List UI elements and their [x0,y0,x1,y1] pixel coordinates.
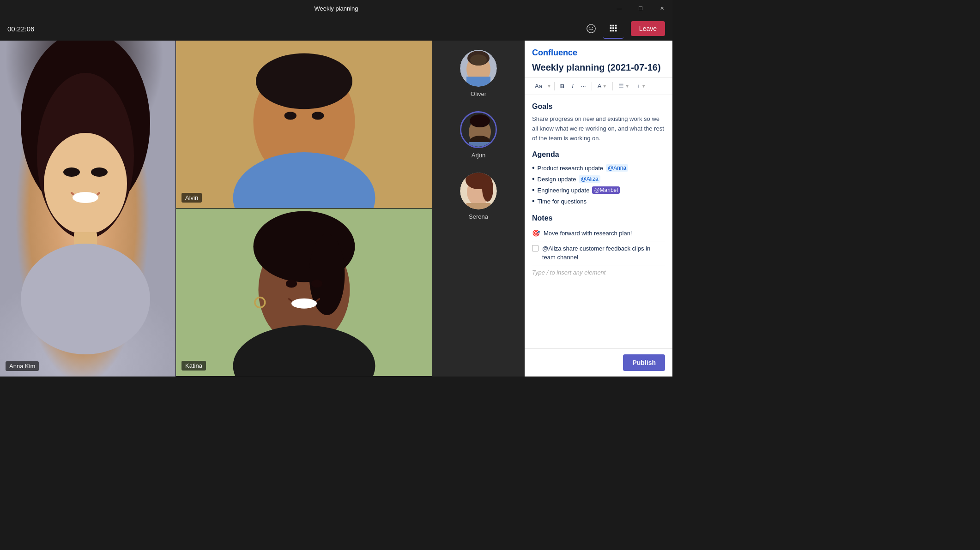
participant-name-oliver: Oliver [471,90,486,97]
toolbar-sep-3 [612,82,613,90]
insert-button[interactable]: + ▼ [634,81,649,91]
anna-name-badge: Anna Kim [6,361,39,371]
agenda-item-1-text: Product research update [538,165,603,172]
agenda-item-3: Engineering update @Maribel [532,185,665,196]
note-checkbox-1[interactable] [532,245,538,251]
top-bar: 00:22:06 Leave [0,17,672,41]
katina-name-badge: Katina [181,361,206,371]
video-grid-right: Alvin [175,41,432,377]
leave-button[interactable]: Leave [631,21,665,36]
agenda-heading: Agenda [532,150,665,159]
svg-point-13 [256,54,352,109]
confluence-doc-title: Weekly planning (2021-07-16) [532,61,665,73]
italic-button[interactable]: I [569,81,576,91]
publish-button[interactable]: Publish [623,354,665,371]
bold-button[interactable]: B [557,81,567,91]
agenda-item-1: Product research update @Anna [532,162,665,173]
minimize-button[interactable]: — [609,0,630,17]
more-formatting-button[interactable]: ··· [578,81,589,91]
participant-oliver: Oliver [460,50,497,97]
font-size-button[interactable]: Aa [532,81,545,91]
text-color-button[interactable]: A ▼ [595,81,610,91]
svg-point-42 [482,176,493,202]
confluence-panel: Confluence Weekly planning (2021-07-16) … [525,41,672,377]
svg-point-6 [63,167,80,177]
svg-point-5 [44,133,127,234]
svg-point-30 [470,54,487,66]
apps-button[interactable] [603,18,623,39]
participant-serena: Serena [460,173,497,220]
toolbar-sep-2 [592,82,592,90]
notes-list: 🎯 Move forward with research plan! @Aliz… [532,226,665,280]
window-title: Weekly planning [314,5,358,12]
confluence-body: Goals Share progress on new and existing… [525,95,672,348]
alvin-name-badge: Alvin [181,193,202,203]
agenda-list: Product research update @Anna Design upd… [532,162,665,207]
call-timer: 00:22:06 [7,25,34,33]
svg-rect-43 [466,203,490,209]
goals-heading: Goals [532,102,665,111]
svg-point-10 [21,244,150,354]
notes-heading: Notes [532,214,665,222]
note-text-1: Move forward with research plan! [544,229,665,238]
svg-point-35 [470,114,490,127]
type-hint[interactable]: Type / to insert any element [532,265,665,280]
video-feed-alvin: Alvin [175,41,432,209]
confluence-footer: Publish [525,348,672,377]
avatar-serena [460,173,497,209]
svg-point-0 [587,24,595,33]
participants-sidebar: Oliver Arjun [432,41,525,377]
video-feed-katina: Katina [175,209,432,377]
top-bar-actions: Leave [581,18,665,39]
svg-rect-31 [466,77,490,87]
title-bar: Weekly planning — ☐ ✕ [0,0,672,17]
participant-name-serena: Serena [469,213,488,220]
svg-rect-37 [469,142,491,148]
svg-point-15 [312,112,324,120]
goals-text: Share progress on new and existing work … [532,114,665,143]
avatar-oliver [460,50,497,87]
note-item-1: 🎯 Move forward with research plan! [532,226,665,241]
main-content: Anna Kim [0,41,672,377]
participant-arjun: Arjun [460,111,497,159]
agenda-item-3-text: Engineering update [538,187,590,194]
agenda-item-4: Time for questions [532,196,665,207]
window-controls: — ☐ ✕ [609,0,672,17]
avatar-arjun [460,111,497,148]
toolbar-sep-1 [554,82,555,90]
svg-point-23 [291,299,317,309]
mention-aliza[interactable]: @Aliza [579,175,600,183]
confluence-logo: Confluence [532,48,665,58]
agenda-item-2: Design update @Aliza [532,173,665,185]
participant-name-arjun: Arjun [472,152,485,159]
note-item-2: @Aliza share customer feedback clips in … [532,241,665,265]
list-button[interactable]: ☰ ▼ [616,81,632,91]
note-text-2: @Aliza share customer feedback clips in … [542,244,665,262]
svg-point-7 [91,167,108,177]
svg-point-22 [311,280,322,288]
confluence-header: Confluence Weekly planning (2021-07-16) [525,41,672,78]
mention-maribel[interactable]: @Maribel [592,186,620,194]
svg-point-21 [286,280,297,288]
close-button[interactable]: ✕ [651,0,672,17]
confluence-toolbar: Aa ▼ B I ··· A ▼ ☰ ▼ + ▼ [525,78,672,95]
svg-point-8 [73,192,98,203]
mention-anna[interactable]: @Anna [606,164,628,172]
agenda-item-2-text: Design update [538,176,576,183]
anna-video-image [0,41,175,377]
emoji-reactions-button[interactable] [581,18,601,39]
maximize-button[interactable]: ☐ [630,0,651,17]
agenda-item-4-text: Time for questions [538,198,587,205]
video-feed-anna: Anna Kim [0,41,175,377]
svg-point-14 [284,112,296,120]
note-icon-pin: 🎯 [532,229,540,237]
video-area: Anna Kim [0,41,525,377]
